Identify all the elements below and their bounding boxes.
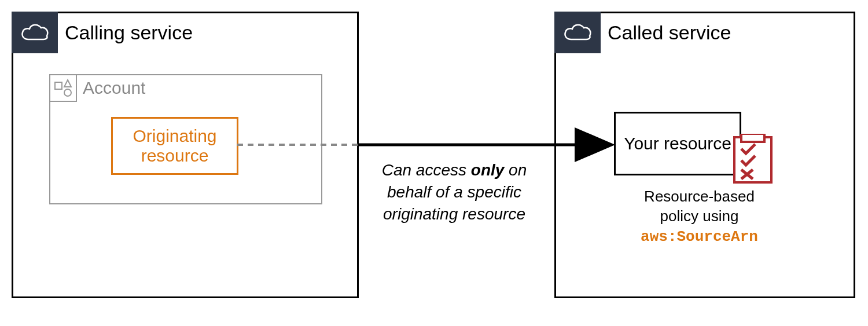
account-box: Account Originating resource [49, 74, 322, 204]
account-header: Account [49, 74, 145, 102]
svg-point-2 [64, 89, 71, 96]
originating-resource-label: Originating resource [119, 126, 231, 166]
cloud-icon [554, 12, 601, 53]
calling-service-title: Calling service [65, 21, 193, 44]
svg-rect-0 [55, 82, 62, 89]
arrow-text-only: only [471, 161, 505, 179]
your-resource-box: Your resource [614, 112, 741, 175]
account-shapes-icon [49, 74, 77, 102]
called-service-title: Called service [608, 21, 731, 44]
called-service-header: Called service [554, 12, 731, 53]
svg-rect-4 [741, 134, 764, 142]
calling-service-box: Calling service Account Originating reso… [12, 12, 359, 298]
policy-caption: Resource-based policy using aws:SourceAr… [614, 187, 785, 247]
policy-code: aws:SourceArn [641, 228, 758, 246]
svg-marker-1 [64, 80, 71, 87]
policy-line-2: policy using [660, 207, 739, 225]
arrow-text-pre: Can access [382, 161, 471, 179]
policy-icon [730, 134, 776, 186]
called-service-box: Called service Your resource Resource-ba… [554, 12, 855, 298]
account-label: Account [83, 78, 145, 98]
calling-service-header: Calling service [12, 12, 193, 53]
policy-line-1: Resource-based [644, 188, 755, 205]
arrow-caption: Can access only on behalf of a specific … [362, 159, 547, 225]
your-resource-label: Your resource [624, 134, 731, 153]
originating-resource-box: Originating resource [111, 117, 238, 175]
cloud-icon [12, 12, 58, 53]
